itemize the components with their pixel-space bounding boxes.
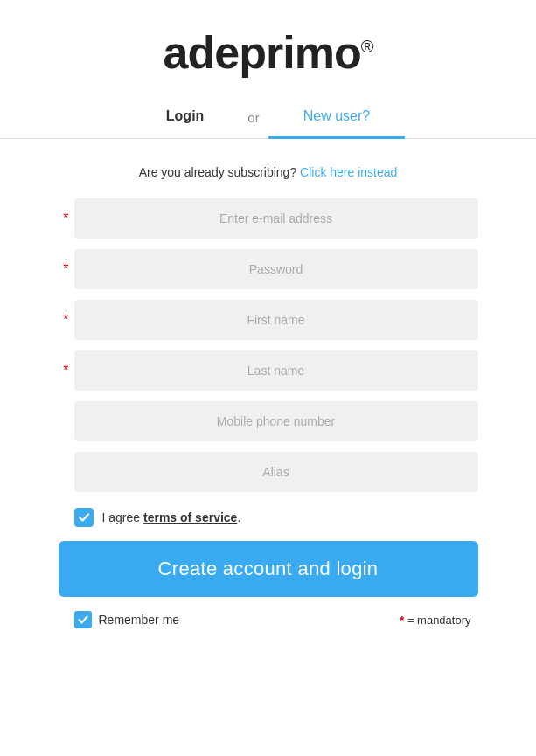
logo-area: adeprimo® — [164, 26, 373, 79]
bottom-row: Remember me * = mandatory — [59, 611, 478, 628]
tabs-container: Login or New user? — [0, 96, 536, 139]
remember-left: Remember me — [74, 611, 180, 628]
last-name-input[interactable] — [74, 350, 478, 391]
first-name-required-star: * — [59, 312, 69, 328]
email-input[interactable] — [74, 198, 478, 239]
tab-login[interactable]: Login — [131, 96, 240, 139]
email-row: * — [59, 198, 478, 239]
agree-suffix: . — [237, 510, 240, 524]
mandatory-notice: * = mandatory — [400, 614, 470, 627]
password-input[interactable] — [74, 249, 478, 289]
checkmark-icon — [78, 511, 90, 524]
remember-me-checkbox[interactable] — [74, 611, 92, 628]
alias-row: * — [59, 452, 478, 492]
agree-label: I agree terms of service. — [102, 510, 241, 524]
agree-row: I agree terms of service. — [59, 508, 478, 527]
email-required-star: * — [59, 211, 69, 226]
terms-of-service-link[interactable]: terms of service — [143, 510, 237, 524]
remember-checkmark-icon — [78, 614, 88, 625]
remember-me-label: Remember me — [99, 613, 180, 627]
create-account-button[interactable]: Create account and login — [59, 541, 478, 597]
tab-or-separator: or — [247, 110, 259, 125]
agree-checkbox[interactable] — [74, 508, 94, 527]
click-here-link[interactable]: Click here instead — [300, 165, 397, 179]
already-subscribing-text: Are you already subscribing? Click here … — [139, 165, 398, 179]
logo-reg: ® — [361, 37, 373, 56]
tab-new-user[interactable]: New user? — [268, 96, 405, 139]
alias-input[interactable] — [74, 452, 478, 492]
logo-text: adeprimo® — [164, 27, 373, 78]
logo-name: adeprimo — [164, 27, 361, 78]
mobile-row: * — [59, 401, 478, 441]
last-name-row: * — [59, 350, 478, 391]
password-row: * — [59, 249, 478, 289]
form-area: Are you already subscribing? Click here … — [59, 165, 478, 628]
last-name-required-star: * — [59, 363, 69, 378]
agree-prefix: I agree — [102, 510, 143, 524]
mandatory-label: = mandatory — [407, 614, 471, 627]
first-name-row: * — [59, 300, 478, 340]
first-name-input[interactable] — [74, 300, 478, 340]
already-text-static: Are you already subscribing? — [139, 165, 297, 179]
mandatory-star: * — [400, 614, 407, 627]
password-required-star: * — [59, 261, 69, 277]
mobile-input[interactable] — [74, 401, 478, 441]
